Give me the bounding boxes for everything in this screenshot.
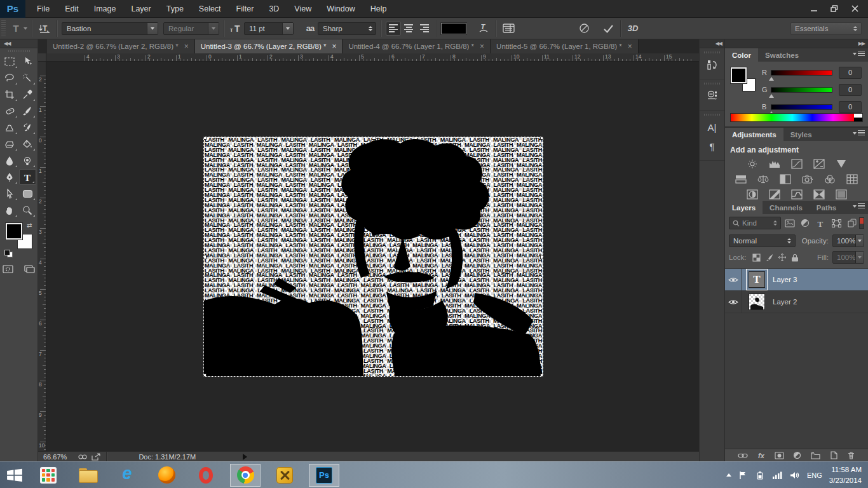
canvas[interactable]: LASITH MALINGA LASITH MALINGA LASITH MAL… [203,137,543,377]
clone-stamp-tool-icon[interactable] [1,119,18,135]
quick-mask-icon[interactable] [1,262,16,275]
tab-untitled-2[interactable]: Untitled-2 @ 66.7% (Layer 2, RGB/8) *× [47,39,195,53]
tab-untitled-4[interactable]: Untitled-4 @ 66.7% (Layer 1, RGB/8) *× [342,39,491,53]
font-family-select[interactable]: Bastion [62,22,158,35]
lock-position-icon[interactable] [776,252,789,263]
history-brush-tool-icon[interactable] [19,119,36,135]
tab-close-icon[interactable]: × [628,43,632,50]
panel-menu-icon[interactable] [853,51,865,57]
power-battery-icon[interactable] [755,471,765,480]
filter-adjustment-layers-icon[interactable] [799,217,813,229]
lock-pixels-icon[interactable] [763,252,776,263]
filter-type-layers-icon[interactable]: T [814,217,828,229]
vibrance-icon[interactable] [833,158,850,170]
blue-slider[interactable] [771,104,832,110]
chrome-icon[interactable] [230,464,261,487]
hand-tool-icon[interactable] [1,202,18,218]
transform-handle[interactable] [540,137,543,140]
black-white-icon[interactable] [777,173,794,186]
new-adjustment-layer-icon[interactable] [793,451,802,461]
anti-alias-select[interactable]: Sharp [318,22,376,35]
pen-tool-icon[interactable] [1,169,18,185]
filter-shape-layers-icon[interactable] [830,217,844,229]
status-menu-arrow-icon[interactable] [243,454,247,460]
paragraph-panel-icon[interactable]: ¶ [703,137,722,155]
posterize-icon[interactable] [766,188,783,201]
layer-row-layer-3[interactable]: T Layer 3 [725,269,868,291]
tools-collapse-icon[interactable]: ◀◀ [0,39,37,48]
minimize-button[interactable] [804,3,824,15]
red-value-field[interactable]: 0 [839,67,862,79]
align-center-button[interactable] [401,22,416,36]
workspace-switcher[interactable]: Essentials [790,22,862,35]
filter-pixel-layers-icon[interactable] [783,217,797,229]
color-spectrum-ramp[interactable] [730,113,863,122]
text-orientation-icon[interactable]: T [37,21,52,36]
ruler-origin[interactable] [38,53,46,62]
apps-grid-icon[interactable] [33,464,64,487]
close-button[interactable] [845,3,864,15]
photoshop-taskbar-icon[interactable]: Ps [309,464,339,487]
warp-text-icon[interactable]: T [476,21,491,36]
font-family-caret-icon[interactable] [147,23,158,34]
layer-filter-select[interactable]: Kind [729,217,781,229]
new-group-icon[interactable] [811,451,820,461]
red-slider-thumb[interactable] [769,77,774,81]
color-balance-icon[interactable] [755,173,771,186]
menu-type[interactable]: Type [159,0,191,18]
transform-handle[interactable] [372,137,376,140]
firefox-icon[interactable] [151,464,182,487]
toggle-panels-icon[interactable] [501,21,516,36]
font-size-caret-icon[interactable] [282,23,293,34]
tool-preset-icon[interactable]: T [8,21,24,36]
start-button[interactable] [0,462,29,488]
vertical-ruler[interactable]: 21012345678910 [38,62,46,451]
3d-mode-button[interactable]: 3D [625,21,641,36]
red-slider[interactable] [771,70,832,76]
transform-handle[interactable] [203,374,207,377]
tools-grip[interactable] [0,48,37,53]
panels-collapse-icon[interactable]: ▶▶ [725,39,868,48]
menu-layer[interactable]: Layer [123,0,158,18]
tab-close-icon[interactable]: × [480,43,484,50]
dock-collapse-icon[interactable]: ◀◀ [700,39,724,48]
delete-layer-icon[interactable] [846,451,855,461]
volume-icon[interactable] [790,471,800,480]
hue-saturation-icon[interactable] [733,173,749,186]
network-signal-icon[interactable] [772,471,783,479]
layer-filtering-toggle[interactable] [859,217,864,229]
tray-expand-icon[interactable] [726,473,731,477]
color-lookup-icon[interactable] [844,173,860,186]
transform-handle[interactable] [203,255,207,259]
opacity-caret-icon[interactable] [855,235,864,247]
link-layers-icon[interactable] [738,451,748,461]
history-panel-icon[interactable] [703,56,722,74]
shape-tool-icon[interactable] [19,186,36,201]
visibility-eye-icon[interactable] [725,291,742,313]
tab-swatches[interactable]: Swatches [758,48,806,62]
green-value-field[interactable]: 0 [839,84,862,96]
filter-smart-objects-icon[interactable] [845,217,859,229]
layer-row-layer-2[interactable]: Layer 2 [725,291,868,313]
foreground-color-swatch[interactable] [731,67,747,83]
horizontal-ruler[interactable]: 43210123456789101112131415 [46,53,699,62]
anti-alias-caret-icon[interactable] [365,23,376,34]
marquee-tool-icon[interactable] [1,53,18,69]
commit-edit-icon[interactable] [600,21,616,36]
fill-field[interactable]: 100% [832,251,864,264]
canvas-viewport[interactable]: LASITH MALINGA LASITH MALINGA LASITH MAL… [46,62,699,451]
font-size-select[interactable]: 11 pt [244,22,294,35]
layer-style-fx-icon[interactable]: fx [757,451,766,461]
tab-styles[interactable]: Styles [783,128,819,141]
menu-view[interactable]: View [287,0,319,18]
layer-name[interactable]: Layer 3 [773,276,797,283]
blur-tool-icon[interactable] [1,152,18,168]
swap-colors-icon[interactable]: ⇄ [27,222,32,229]
panel-menu-icon[interactable] [853,203,865,209]
restore-button[interactable] [825,3,844,15]
properties-panel-icon[interactable] [703,87,722,105]
zoom-tool-icon[interactable] [19,202,36,218]
new-layer-icon[interactable] [829,451,838,461]
language-indicator[interactable]: ENG [807,471,822,479]
paint-bucket-tool-icon[interactable] [19,136,36,152]
